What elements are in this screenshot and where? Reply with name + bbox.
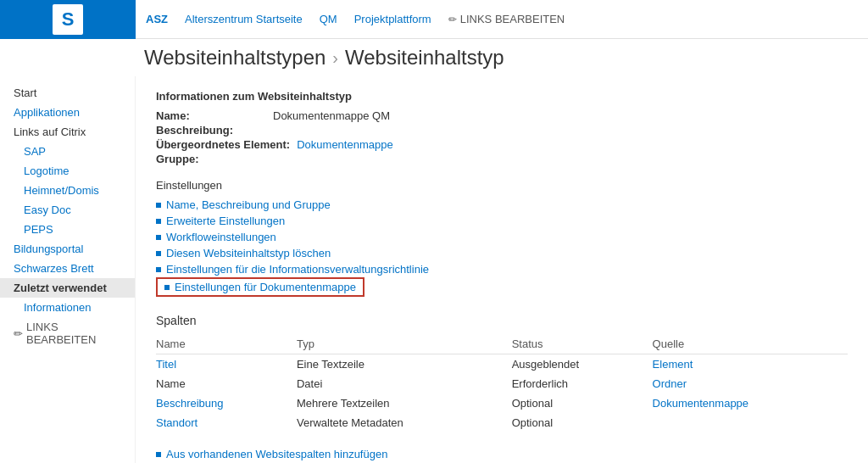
settings-link-label-0: Name, Beschreibung und Gruppe: [166, 198, 331, 211]
col-status-3: Optional: [512, 413, 653, 432]
bullet-icon-4: [156, 267, 161, 272]
content-area: Informationen zum Websiteinhaltstyp Name…: [136, 76, 868, 463]
nav-links: ASZ Alterszentrum Startseite QM Projektp…: [136, 13, 868, 25]
settings-section: Einstellungen Name, Beschreibung und Gru…: [156, 179, 848, 297]
settings-link-1[interactable]: Erweiterte Einstellungen: [156, 213, 848, 229]
bullet-icon-0: [156, 203, 161, 208]
sidebar-item-zuletzt-verwendet[interactable]: Zuletzt verwendet: [0, 278, 135, 298]
settings-link-label-3: Diesen Websiteinhaltstyp löschen: [166, 247, 331, 259]
col-source-3: [653, 413, 848, 432]
bullet-icon-2: [156, 235, 161, 240]
sharepoint-logo: S: [53, 4, 83, 35]
settings-link-4[interactable]: Einstellungen für die Informationsverwal…: [156, 261, 848, 277]
breadcrumb-part2: Websiteinhaltstyp: [345, 46, 504, 70]
settings-link-0[interactable]: Name, Beschreibung und Gruppe: [156, 197, 848, 213]
settings-link-label-2: Workfloweinstellungen: [166, 231, 276, 243]
nav-link-alterszentrum[interactable]: Alterszentrum Startseite: [185, 13, 303, 25]
bullet-icon-1: [156, 219, 161, 224]
pencil-icon: ✏: [448, 14, 457, 25]
info-label-name: Name:: [156, 109, 266, 122]
col-name-2[interactable]: Beschreibung: [156, 397, 224, 410]
logo-block: S: [0, 0, 136, 39]
col-header-name: Name: [156, 334, 297, 354]
table-row: Standort Verwaltete Metadaten Optional: [156, 413, 848, 432]
columns-table: Name Typ Status Quelle Titel Eine Textze…: [156, 334, 848, 432]
nav-link-projektplattform[interactable]: Projektplattform: [354, 13, 431, 25]
info-row-uebergeordnet: Übergeordnetes Element: Dokumentenmappe: [156, 138, 848, 151]
sidebar-item-links-citrix: Links auf Citrix: [0, 122, 135, 142]
col-status-1: Erforderlich: [512, 374, 653, 393]
sidebar-item-schwarzes-brett[interactable]: Schwarzes Brett: [0, 259, 135, 278]
bottom-bullet-0: [156, 452, 161, 457]
col-type-2: Mehrere Textzeilen: [297, 393, 512, 413]
info-row-beschreibung: Beschreibung:: [156, 124, 848, 137]
nav-link-qm[interactable]: QM: [320, 13, 337, 25]
col-type-0: Eine Textzeile: [297, 354, 512, 375]
table-row: Titel Eine Textzeile Ausgeblendet Elemen…: [156, 354, 848, 375]
settings-link-5-highlighted[interactable]: Einstellungen für Dokumentenmappe: [156, 277, 364, 297]
col-source-1[interactable]: Ordner: [653, 377, 687, 390]
settings-link-3[interactable]: Diesen Websiteinhaltstyp löschen: [156, 245, 848, 261]
nav-edit-label: LINKS BEARBEITEN: [460, 13, 565, 25]
table-row: Beschreibung Mehrere Textzeilen Optional…: [156, 393, 848, 413]
col-name-0[interactable]: Titel: [156, 358, 176, 371]
info-value-uebergeordnet-link[interactable]: Dokumentenmappe: [297, 138, 392, 151]
bullet-icon-3: [156, 251, 161, 256]
col-header-status: Status: [512, 334, 653, 354]
logo-letter: S: [62, 8, 75, 31]
sidebar-edit-label: LINKS BEARBEITEN: [26, 321, 121, 346]
columns-title: Spalten: [156, 314, 848, 327]
info-section-title: Informationen zum Websiteinhaltstyp: [156, 90, 848, 103]
sidebar-item-sap[interactable]: SAP: [0, 142, 135, 161]
col-header-type: Typ: [297, 334, 512, 354]
sidebar-item-bildungsportal[interactable]: Bildungsportal: [0, 239, 135, 259]
settings-link-2[interactable]: Workfloweinstellungen: [156, 229, 848, 245]
sidebar: Start Applikationen Links auf Citrix SAP…: [0, 76, 136, 463]
settings-link-label-5: Einstellungen für Dokumentenmappe: [175, 281, 356, 293]
columns-section: Spalten Name Typ Status Quelle Titel Ein…: [156, 314, 848, 463]
info-row-name: Name: Dokumentenmappe QM: [156, 109, 848, 122]
sidebar-item-peps[interactable]: PEPS: [0, 220, 135, 239]
settings-link-label-1: Erweiterte Einstellungen: [166, 215, 285, 227]
col-status-0: Ausgeblendet: [512, 354, 653, 375]
info-label-gruppe: Gruppe:: [156, 153, 266, 165]
col-status-2: Optional: [512, 393, 653, 413]
sidebar-item-applikationen[interactable]: Applikationen: [0, 103, 135, 122]
page-title-bar: Websiteinhaltstypen › Websiteinhaltstyp: [0, 39, 868, 76]
settings-section-title: Einstellungen: [156, 179, 848, 192]
sidebar-item-start[interactable]: Start: [0, 83, 135, 103]
top-navigation: S ASZ Alterszentrum Startseite QM Projek…: [0, 0, 868, 39]
sidebar-edit-links[interactable]: ✏ LINKS BEARBEITEN: [0, 317, 135, 349]
settings-link-label-4: Einstellungen für die Informationsverwal…: [166, 263, 429, 276]
breadcrumb-part1: Websiteinhaltstypen: [144, 46, 326, 70]
info-label-uebergeordnet: Übergeordnetes Element:: [156, 138, 290, 151]
col-source-2[interactable]: Dokumentenmappe: [653, 397, 748, 410]
breadcrumb-arrow: ›: [332, 48, 338, 68]
nav-edit-links[interactable]: ✏ LINKS BEARBEITEN: [448, 13, 565, 25]
col-header-source: Quelle: [653, 334, 848, 354]
col-type-3: Verwaltete Metadaten: [297, 413, 512, 432]
main-layout: Start Applikationen Links auf Citrix SAP…: [0, 76, 868, 463]
sidebar-item-easydoc[interactable]: Easy Doc: [0, 200, 135, 220]
sidebar-item-logotime[interactable]: Logotime: [0, 161, 135, 181]
col-type-1: Datei: [297, 374, 512, 393]
col-source-0[interactable]: Element: [653, 358, 693, 371]
col-name-3[interactable]: Standort: [156, 416, 198, 429]
sidebar-pencil-icon: ✏: [14, 327, 23, 340]
bottom-link-0[interactable]: Aus vorhandenen Websitespalten hinzufüge…: [156, 446, 848, 462]
info-row-gruppe: Gruppe:: [156, 153, 848, 165]
sidebar-item-heimnet[interactable]: Heimnet/Domis: [0, 181, 135, 200]
info-section: Informationen zum Websiteinhaltstyp Name…: [156, 90, 848, 165]
nav-link-asz[interactable]: ASZ: [146, 13, 168, 25]
sidebar-item-informationen[interactable]: Informationen: [0, 298, 135, 317]
col-name-1: Name: [156, 374, 297, 393]
info-label-beschreibung: Beschreibung:: [156, 124, 266, 137]
bullet-icon-5: [164, 285, 170, 290]
table-row: Name Datei Erforderlich Ordner: [156, 374, 848, 393]
bottom-links: Aus vorhandenen Websitespalten hinzufüge…: [156, 446, 848, 463]
bottom-link-label-0: Aus vorhandenen Websitespalten hinzufüge…: [166, 448, 387, 460]
info-value-name: Dokumentenmappe QM: [273, 109, 390, 122]
